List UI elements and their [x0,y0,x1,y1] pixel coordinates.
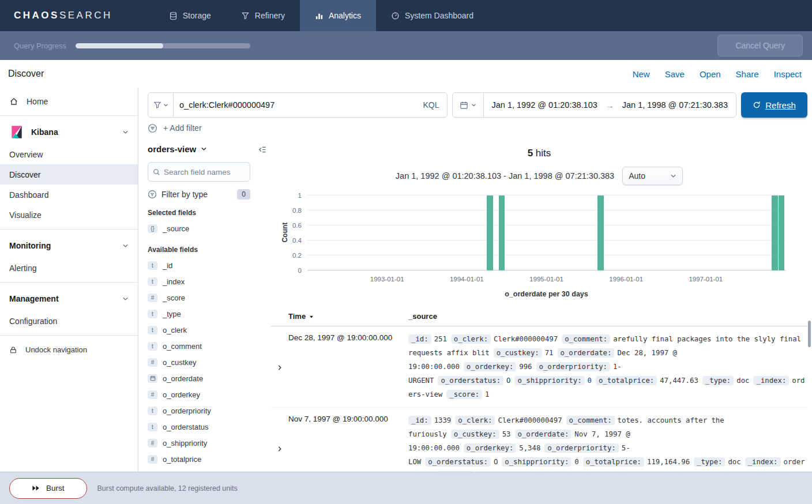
calendar-menu-button[interactable] [453,93,484,117]
field-key: _index: [753,376,789,385]
query-input[interactable] [174,100,416,110]
y-tick-label: 1 [298,192,302,199]
results-area: 5 hits Jan 1, 1992 @ 01:20:38.103 - Jan … [271,140,807,472]
page-title: Discover [8,69,44,79]
field-item-o-shippriority[interactable]: #o_shippriority [148,435,250,451]
field-key: _score: [438,471,473,472]
filter-options-icon [148,190,157,199]
number-field-icon: # [148,439,157,447]
vertical-scrollbar[interactable] [808,321,811,347]
sidebar-item-discover[interactable]: Discover [0,164,138,185]
field-item-o-orderstatus[interactable]: to_orderstatus [148,419,250,435]
filter-by-type-button[interactable]: Filter by type 0 [148,189,250,200]
header-action-open[interactable]: Open [700,69,721,79]
field-name: o_orderkey [163,390,200,399]
field-search-input[interactable] [164,168,245,176]
field-name: _index [163,277,185,286]
histogram-bar[interactable] [487,195,493,270]
string-field-icon: t [148,310,157,318]
add-filter-button[interactable]: + Add filter [163,123,202,133]
field-value: 0 [588,377,592,385]
field-value: 1 [485,390,489,398]
field-value: 71 [545,349,554,357]
saved-query-menu-button[interactable] [148,93,174,117]
field-item--type[interactable]: t_type [148,306,250,322]
date-range-end[interactable]: Jan 1, 1998 @ 07:21:30.383 [614,100,736,110]
index-pattern-row: orders-view [148,144,250,154]
string-field-icon: t [148,423,157,431]
string-field-icon: t [148,326,157,334]
index-pattern-select[interactable]: orders-view [148,144,207,154]
hits-count: 5 hits [271,148,807,159]
field-item-o-totalprice[interactable]: #o_totalprice [148,451,250,467]
collapse-fields-panel-icon[interactable] [258,145,266,154]
query-language-button[interactable]: KQL [416,100,447,110]
histogram-bar[interactable] [779,195,785,270]
query-progress-row: Query Progress Cancel Query [0,31,812,60]
analytics-icon [315,12,324,20]
interval-select[interactable]: Auto [622,167,683,185]
header-actions: NewSaveOpenShareInspect [633,69,802,79]
time-column-header[interactable]: Time [288,312,408,321]
divider [0,282,138,283]
histogram-bar[interactable] [499,195,505,270]
histogram-bar[interactable] [772,195,778,270]
tab-label: Storage [183,11,211,20]
field-key: o_custkey: [451,430,499,439]
field-value: 1339 [434,416,452,424]
sidebar-group-management[interactable]: Management [0,287,138,311]
source-column-header: _source [408,312,807,321]
filter-funnel-icon [153,101,161,109]
topnav-tab-refinery[interactable]: Refinery [226,0,300,31]
header-action-save[interactable]: Save [665,69,685,79]
sidebar-item-alerting[interactable]: Alerting [0,258,138,278]
header-action-new[interactable]: New [633,69,650,79]
expand-row-icon[interactable] [271,332,288,401]
refresh-icon [753,101,761,109]
expand-row-icon[interactable] [271,413,288,472]
field-item--id[interactable]: t_id [148,257,250,273]
refresh-button[interactable]: Refresh [741,92,807,118]
undock-navigation-button[interactable]: Undock navigation [0,340,138,360]
sidebar-item-home[interactable]: Home [0,91,138,111]
x-tick-label: 1997-01-01 [689,276,723,283]
field-item-o-orderdate[interactable]: o_orderdate [148,370,250,386]
field-item-o-orderpriority[interactable]: to_orderpriority [148,403,250,419]
source-field-icon: {} [148,224,157,233]
topnav-tab-system-dashboard[interactable]: System Dashboard [376,0,488,31]
gridline [307,270,785,270]
field-item--index[interactable]: t_index [148,273,250,289]
field-item-o-orderkey[interactable]: #o_orderkey [148,386,250,403]
topnav-tab-analytics[interactable]: Analytics [300,0,376,31]
field-value: 5,348 [519,444,540,452]
table-row: Nov 7, 1997 @ 19:00:00.000 _id:1339o_cle… [271,408,807,472]
field-item-o-comment[interactable]: to_comment [148,338,250,354]
chevron-down-icon [471,103,476,108]
burst-button[interactable]: Burst [9,478,87,499]
field-item--source[interactable]: {}_source [148,220,250,236]
sidebar-item-dashboard[interactable]: Dashboard [0,185,138,205]
fields-panel: orders-view Filter by type 0 S [148,140,271,472]
sidebar-group-kibana[interactable]: Kibana [0,120,138,144]
refresh-label: Refresh [765,100,796,110]
filter-by-type-label: Filter by type [161,190,208,199]
left-navigation: HomeKibanaOverviewDiscoverDashboardVisua… [0,88,138,472]
date-range-start[interactable]: Jan 1, 1992 @ 01:20:38.103 [484,100,606,110]
sidebar-group-monitoring[interactable]: Monitoring [0,234,138,258]
sidebar-item-overview[interactable]: Overview [0,144,138,164]
field-item-o-clerk[interactable]: to_clerk [148,322,250,338]
chart-plot[interactable]: 00.20.40.60.811993-01-011994-01-011995-0… [307,195,785,270]
cancel-query-button[interactable]: Cancel Query [717,35,803,57]
topnav-tab-storage[interactable]: Storage [154,0,226,31]
histogram-bar[interactable] [597,195,604,270]
field-item-o-custkey[interactable]: #o_custkey [148,354,250,370]
sidebar-item-visualize[interactable]: Visualize [0,205,138,225]
hits-number: 5 [528,148,533,159]
field-item--score[interactable]: #_score [148,289,250,306]
header-action-share[interactable]: Share [736,69,759,79]
header-action-inspect[interactable]: Inspect [774,69,802,79]
filter-options-icon[interactable] [148,123,157,133]
sidebar-item-configuration[interactable]: Configuration [0,311,138,331]
sidebar-item-label: Configuration [9,317,57,326]
gridline [307,195,785,195]
